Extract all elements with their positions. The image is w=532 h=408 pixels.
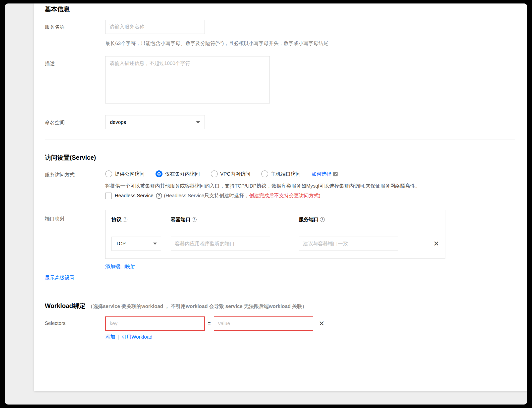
namespace-selected-value: devops [110, 119, 126, 125]
remove-selector-icon[interactable]: ✕ [319, 320, 324, 327]
service-name-label: 服务名称 [45, 20, 105, 34]
workload-binding-heading: Workload绑定 [45, 302, 85, 310]
port-mapping-table: 协议 i 容器端口 i 服务端口 i [105, 210, 445, 259]
equals-sign: = [208, 321, 211, 326]
remove-port-mapping-icon[interactable]: ✕ [433, 240, 439, 248]
headless-note-gray: (Headless Service只支持创建时选择， [164, 192, 249, 199]
radio-label: VPC内网访问 [220, 171, 250, 177]
selectors-row: Selectors = ✕ 添加|引用Workload [45, 316, 515, 340]
selector-value-input[interactable] [214, 316, 313, 331]
service-name-input[interactable] [105, 20, 205, 34]
workload-binding-subheading: （选择service 要关联的workload ， 不引用workload 会导… [88, 303, 307, 310]
app-window: 基本信息 服务名称 最长63个字符，只能包含小写字母、数字及分隔符("-")，且… [5, 3, 527, 405]
container-port-input[interactable] [171, 237, 270, 251]
radio-public-access[interactable]: 提供公网访问 [105, 170, 145, 177]
service-name-hint: 最长63个字符，只能包含小写字母、数字及分隔符("-")，且必须以小写字母开头，… [105, 40, 515, 47]
radio-label: 提供公网访问 [115, 171, 145, 177]
form-panel: 基本信息 服务名称 最长63个字符，只能包含小写字母、数字及分隔符("-")，且… [34, 3, 527, 391]
service-port-column-header: 服务端口 i [299, 216, 439, 223]
access-method-label: 服务访问方式 [45, 168, 105, 199]
service-name-row: 服务名称 [45, 20, 515, 34]
namespace-label: 命名空间 [45, 115, 105, 129]
access-method-description: 将提供一个可以被集群内其他服务或容器访问的入口，支持TCP/UDP协议，数据库类… [105, 182, 515, 189]
info-icon[interactable]: i [123, 217, 127, 222]
basic-info-heading: 基本信息 [45, 5, 515, 13]
radio-icon [211, 170, 218, 177]
how-to-choose-link[interactable]: 如何选择 [312, 171, 331, 177]
info-icon[interactable]: i [192, 217, 197, 222]
container-port-column-header: 容器端口 i [171, 216, 299, 223]
headless-service-label: Headless Service [115, 193, 154, 199]
namespace-row: 命名空间 devops [45, 115, 515, 129]
info-icon[interactable]: i [320, 217, 325, 222]
radio-checked-icon [156, 170, 162, 177]
service-port-header-label: 服务端口 [299, 216, 319, 223]
selector-key-input[interactable] [105, 316, 205, 331]
access-settings-heading: 访问设置(Service) [45, 153, 515, 161]
access-method-row: 服务访问方式 提供公网访问 仅在集群内访问 VPC内网访 [45, 168, 515, 199]
selectors-label: Selectors [45, 316, 105, 340]
radio-vpc-access[interactable]: VPC内网访问 [211, 170, 250, 177]
service-port-input[interactable] [299, 237, 398, 251]
reference-workload-link[interactable]: 引用Workload [121, 334, 152, 340]
protocol-select[interactable]: TCP [111, 237, 161, 251]
protocol-selected-value: TCP [116, 241, 126, 247]
link-separator: | [118, 334, 119, 340]
section-divider [45, 140, 515, 140]
port-table-row: TCP ✕ [106, 229, 445, 258]
radio-label: 仅在集群内访问 [165, 171, 200, 177]
description-row: 描述 [45, 56, 515, 104]
protocol-column-header: 协议 i [111, 216, 171, 223]
help-question-icon[interactable]: ? [156, 193, 162, 199]
description-textarea[interactable] [105, 56, 270, 103]
container-port-header-label: 容器端口 [171, 216, 191, 223]
radio-cluster-only-access[interactable]: 仅在集群内访问 [156, 170, 200, 177]
external-link-icon[interactable] [333, 171, 338, 177]
port-mapping-row: 端口映射 协议 i 容器端口 i [45, 210, 515, 270]
radio-icon [105, 170, 112, 177]
headless-note-red: 创建完成后不支持变更访问方式) [249, 192, 320, 199]
port-table-header: 协议 i 容器端口 i 服务端口 i [106, 210, 445, 229]
chevron-down-icon [196, 121, 200, 123]
radio-label: 主机端口访问 [271, 171, 301, 177]
namespace-select[interactable]: devops [105, 115, 205, 129]
port-mapping-label: 端口映射 [45, 210, 105, 270]
section-divider [45, 289, 515, 289]
headless-service-checkbox[interactable] [105, 193, 112, 199]
add-port-mapping-link[interactable]: 添加端口映射 [105, 264, 135, 269]
radio-host-port-access[interactable]: 主机端口访问 [261, 170, 301, 177]
protocol-header-label: 协议 [111, 216, 121, 223]
add-selector-link[interactable]: 添加 [105, 334, 115, 340]
radio-icon [261, 170, 268, 177]
show-advanced-settings-link[interactable]: 显示高级设置 [45, 275, 75, 280]
chevron-down-icon [153, 243, 157, 245]
description-label: 描述 [45, 56, 105, 104]
